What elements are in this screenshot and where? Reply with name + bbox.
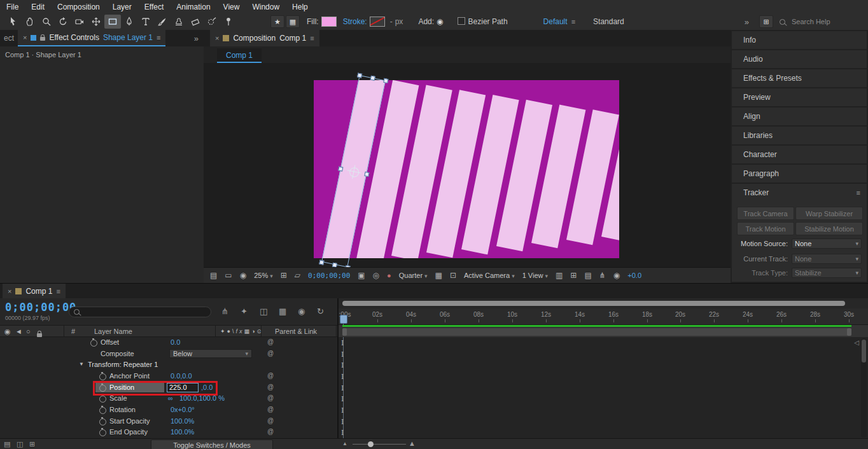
graph-editor-icon[interactable]: ↻ bbox=[317, 307, 324, 316]
type-tool-icon[interactable] bbox=[137, 15, 154, 29]
toolbar-overflow-chevron-icon[interactable]: » bbox=[745, 17, 749, 27]
bezier-path-label[interactable]: Bezier Path bbox=[468, 17, 508, 26]
hide-shy-layers-icon[interactable]: ◫ bbox=[260, 307, 267, 316]
lock-icon[interactable] bbox=[40, 37, 45, 41]
composite-dropdown[interactable]: Below▾ bbox=[169, 349, 252, 358]
selection-tool-icon[interactable] bbox=[5, 15, 22, 29]
solo-column-icon[interactable]: ○ bbox=[26, 328, 31, 335]
property-value[interactable]: 100.0,100.0 % bbox=[179, 394, 225, 402]
panel-tab-effects-presets[interactable]: Effects & Presets bbox=[732, 69, 867, 87]
constrain-proportions-icon[interactable]: ∞ bbox=[168, 394, 173, 402]
workspace-bar-icon[interactable]: ⊞ bbox=[759, 15, 773, 28]
stopwatch-icon[interactable] bbox=[99, 407, 106, 414]
property-value[interactable]: 0.0,0.0 bbox=[171, 372, 192, 380]
stopwatch-icon[interactable] bbox=[99, 385, 106, 392]
clone-stamp-tool-icon[interactable] bbox=[171, 15, 187, 29]
comp-marker-bin-icon[interactable]: ◁ bbox=[854, 339, 859, 346]
time-navigator[interactable] bbox=[339, 298, 868, 308]
reset-exposure-icon[interactable]: ◉ bbox=[613, 271, 620, 280]
rotation-tool-icon[interactable] bbox=[55, 15, 71, 29]
resolution-select[interactable]: Quarter▾ bbox=[399, 272, 428, 279]
panel-menu-icon[interactable]: ≡ bbox=[56, 287, 60, 295]
pixel-aspect-correction-icon[interactable]: ▥ bbox=[556, 271, 563, 280]
track-motion-button[interactable]: Track Motion bbox=[737, 222, 794, 235]
stopwatch-icon[interactable] bbox=[99, 418, 106, 425]
panel-tab-libraries[interactable]: Libraries bbox=[732, 127, 867, 144]
show-channel-icon[interactable]: ● bbox=[387, 272, 391, 279]
eye-icon[interactable]: ◉ bbox=[240, 271, 246, 280]
work-area-bar[interactable] bbox=[342, 328, 851, 336]
comp-flowchart-icon[interactable]: ⋔ bbox=[599, 271, 606, 280]
draft-3d-icon[interactable]: ✦ bbox=[241, 307, 248, 316]
parent-link-column-header[interactable]: Parent & Link bbox=[275, 328, 317, 335]
tab-overflow-chevron-icon[interactable]: » bbox=[194, 34, 204, 43]
anchor-point-indicator[interactable] bbox=[349, 167, 360, 178]
handle-top-center[interactable] bbox=[370, 76, 375, 81]
property-label[interactable]: Start Opacity bbox=[109, 417, 150, 425]
pan-behind-tool-icon[interactable] bbox=[88, 15, 104, 29]
warp-stabilizer-button[interactable]: Warp Stabilizer bbox=[795, 207, 863, 220]
menu-help[interactable]: Help bbox=[286, 3, 314, 11]
menu-effect[interactable]: Effect bbox=[138, 3, 170, 11]
comp-current-time[interactable]: 0;00;00;00 bbox=[308, 272, 350, 280]
disclosure-triangle-icon[interactable]: ▼ bbox=[79, 361, 84, 367]
toggle-switches-modes-button[interactable]: Toggle Switches / Modes bbox=[151, 439, 273, 449]
stopwatch-icon[interactable] bbox=[99, 396, 106, 403]
handle-mid-right[interactable] bbox=[364, 172, 369, 177]
panel-tab-character[interactable]: Character bbox=[732, 146, 867, 163]
stopwatch-icon[interactable] bbox=[99, 429, 106, 436]
pickwhip-icon[interactable]: @ bbox=[267, 417, 274, 424]
track-type-select[interactable]: Stabilize▾ bbox=[792, 268, 862, 278]
zoom-tool-icon[interactable] bbox=[38, 15, 55, 29]
property-label[interactable]: Offset bbox=[101, 338, 119, 346]
handle-mid-left[interactable] bbox=[338, 166, 343, 171]
timeline-search-input[interactable] bbox=[83, 308, 200, 317]
rectangle-tool-icon[interactable] bbox=[104, 15, 121, 29]
zoom-out-mountain-icon[interactable]: ▲ bbox=[342, 441, 347, 446]
position-y-value[interactable]: ,0.0 bbox=[201, 383, 213, 391]
position-x-edit-field[interactable]: 225.0 bbox=[167, 383, 199, 392]
expand-transfer-controls-icon[interactable]: ◫ bbox=[17, 440, 23, 448]
panel-tab-align[interactable]: Align bbox=[732, 107, 867, 125]
stopwatch-icon[interactable] bbox=[90, 340, 97, 347]
fast-previews-icon[interactable]: ⊞ bbox=[570, 271, 577, 280]
tab-timeline-comp1[interactable]: × Comp 1 ≡ bbox=[3, 284, 66, 298]
show-snapshot-icon[interactable]: ◎ bbox=[373, 271, 379, 280]
menu-animation[interactable]: Animation bbox=[170, 3, 216, 11]
close-icon[interactable]: × bbox=[215, 34, 219, 42]
scrollbar-thumb[interactable] bbox=[862, 340, 866, 363]
workspace-menu-icon[interactable]: ≡ bbox=[571, 18, 575, 25]
switches-column-icons[interactable]: ✦●\fx▦◑⊙ bbox=[220, 328, 263, 335]
time-ruler[interactable]: :00s 02s 04s 06s 08s 10s 12s 14s 16s 18s… bbox=[339, 308, 868, 325]
monitor-icon[interactable]: ▭ bbox=[225, 271, 232, 280]
panel-tab-preview[interactable]: Preview bbox=[732, 88, 867, 106]
fill-label[interactable]: Fill: bbox=[307, 17, 319, 26]
pickwhip-icon[interactable]: @ bbox=[267, 350, 274, 357]
viewer-tab-comp1[interactable]: Comp 1 bbox=[217, 48, 262, 63]
pickwhip-icon[interactable]: @ bbox=[267, 428, 274, 435]
mask-visibility-icon[interactable]: ▱ bbox=[295, 271, 300, 280]
close-icon[interactable]: × bbox=[23, 34, 27, 41]
eraser-tool-icon[interactable] bbox=[187, 15, 204, 29]
search-help-input[interactable] bbox=[790, 17, 863, 26]
take-snapshot-icon[interactable]: ▣ bbox=[358, 271, 365, 280]
zoom-in-mountain-icon[interactable]: ▲ bbox=[409, 439, 416, 447]
roto-brush-tool-icon[interactable] bbox=[204, 15, 220, 29]
pen-tool-icon[interactable] bbox=[121, 15, 137, 29]
pickwhip-icon[interactable]: @ bbox=[267, 338, 274, 345]
property-label[interactable]: Scale bbox=[109, 394, 127, 402]
zoom-slider-track[interactable] bbox=[353, 444, 406, 445]
panel-tab-tracker[interactable]: Tracker≡ bbox=[732, 184, 867, 202]
menu-view[interactable]: View bbox=[217, 3, 246, 11]
work-area-end-handle[interactable] bbox=[847, 328, 851, 336]
handle-bottom-center[interactable] bbox=[332, 263, 337, 267]
current-time-indicator[interactable] bbox=[340, 315, 347, 324]
brush-tool-icon[interactable] bbox=[154, 15, 171, 29]
menu-layer[interactable]: Layer bbox=[106, 3, 138, 11]
search-help-icon[interactable] bbox=[780, 19, 785, 25]
group-label[interactable]: Transform: Repeater 1 bbox=[88, 361, 158, 368]
property-value[interactable]: 0.0 bbox=[171, 338, 180, 346]
layer-name-column-header[interactable]: Layer Name bbox=[94, 328, 132, 335]
index-column-header[interactable]: # bbox=[71, 328, 75, 335]
panel-tab-paragraph[interactable]: Paragraph bbox=[732, 165, 867, 183]
